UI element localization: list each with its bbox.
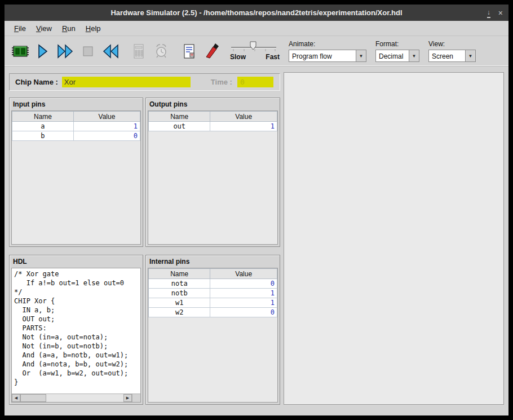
internal-pins-table-area: Name Value nota 0 notb 1 (148, 268, 278, 403)
speed-slider-track[interactable] (230, 41, 278, 52)
scroll-right-button[interactable]: ▶ (123, 394, 132, 402)
titlebar: Hardware Simulator (2.5) - /home/thomas/… (5, 5, 508, 21)
chevron-down-icon[interactable]: ▼ (465, 50, 475, 61)
header-row: Name Value (12, 112, 140, 122)
pin-value-cell: 0 (210, 279, 277, 289)
run-icon (56, 42, 75, 61)
pin-name-cell: out (149, 122, 210, 131)
window-inner: Hardware Simulator (2.5) - /home/thomas/… (5, 5, 508, 415)
single-step-icon (33, 42, 52, 61)
hdl-view: /* Xor gate If a!=b out=1 else out=0 */ … (11, 268, 141, 403)
format-group: Format: Decimal ▼ (375, 40, 419, 62)
reset-button[interactable] (99, 38, 122, 64)
value-column-header: Value (210, 269, 277, 279)
pin-name-cell: nota (149, 279, 210, 289)
pin-name-cell: w2 (149, 308, 210, 317)
stop-button (77, 38, 99, 64)
name-column-header: Name (149, 269, 210, 279)
animate-group: Animate: Program flow ▼ (289, 40, 366, 62)
screen-view-panel (284, 72, 504, 405)
pin-value-cell: 1 (210, 298, 277, 308)
value-column-header: Value (73, 112, 140, 122)
pin-value-cell[interactable]: 0 (73, 131, 140, 141)
hdl-panel: HDL /* Xor gate If a!=b out=1 else out=0… (9, 255, 143, 405)
calculator-icon (129, 42, 148, 61)
chevron-down-icon[interactable]: ▼ (409, 50, 419, 61)
pin-row: b 0 (12, 131, 140, 141)
minimize-button[interactable]: ↓ (487, 8, 490, 18)
load-script-button[interactable] (178, 38, 201, 64)
run-button[interactable] (54, 38, 77, 64)
pin-row: w2 0 (149, 308, 277, 317)
animate-select[interactable]: Program flow ▼ (289, 50, 366, 62)
internal-pins-title: Internal pins (146, 255, 280, 267)
pin-row: nota 0 (149, 279, 277, 289)
pin-row: a 1 (12, 122, 140, 131)
hardware-simulator-window: Hardware Simulator (2.5) - /home/thomas/… (0, 0, 513, 420)
name-column-header: Name (12, 112, 74, 122)
window-title: Hardware Simulator (2.5) - /home/thomas/… (110, 8, 402, 17)
clear-button[interactable] (201, 38, 223, 64)
output-pins-panel: Output pins Name Value out (145, 98, 280, 247)
clock-icon (152, 42, 171, 61)
pin-value-cell[interactable]: 1 (73, 122, 140, 131)
speed-slider[interactable]: Slow Fast (230, 41, 280, 61)
pin-row: notb 1 (149, 289, 277, 298)
slider-labels: Slow Fast (230, 53, 280, 61)
animate-selected-value: Program flow (289, 50, 356, 61)
clock-button (150, 38, 173, 64)
menu-run[interactable]: Run (57, 22, 81, 35)
scroll-left-button[interactable]: ◀ (12, 394, 20, 402)
chip-name-label: Chip Name : (15, 78, 58, 86)
close-button[interactable]: × (498, 9, 503, 17)
chip-name-field[interactable]: Xor (62, 77, 191, 87)
calculator-button (127, 38, 150, 64)
main-area: Chip Name : Xor Time : 0 Input pins Name… (5, 67, 508, 415)
header-row: Name Value (149, 269, 277, 279)
scrollbar-thumb[interactable] (20, 394, 46, 402)
format-selected-value: Decimal (376, 50, 409, 61)
value-column-header: Value (210, 112, 277, 122)
pin-name-cell: b (12, 131, 74, 141)
chip-icon (11, 42, 30, 61)
pin-row: w1 1 (149, 298, 277, 308)
menu-view[interactable]: View (31, 22, 57, 35)
scrollbar-track[interactable] (20, 394, 123, 402)
internal-pins-table: Name Value nota 0 notb 1 (148, 268, 277, 317)
menu-file[interactable]: File (9, 22, 31, 35)
input-pins-table: Name Value a 1 b 0 (12, 111, 140, 141)
menu-help[interactable]: Help (81, 22, 106, 35)
load-chip-button[interactable] (9, 38, 32, 64)
pin-row: out 1 (149, 122, 277, 131)
rewind-icon (101, 42, 120, 61)
chip-name-bar: Chip Name : Xor Time : 0 (9, 73, 280, 91)
pin-value-cell: 0 (210, 308, 277, 317)
chevron-down-icon[interactable]: ▼ (356, 50, 366, 61)
pin-name-cell: w1 (149, 298, 210, 308)
fast-label: Fast (266, 53, 280, 61)
script-icon (180, 42, 199, 61)
internal-pins-panel: Internal pins Name Value nota (145, 255, 280, 405)
input-pins-title: Input pins (10, 98, 143, 110)
output-pins-table-area: Name Value out 1 (148, 110, 278, 245)
time-field: 0 (237, 77, 273, 87)
view-select[interactable]: Screen ▼ (428, 50, 476, 62)
single-step-button[interactable] (32, 38, 54, 64)
view-group: View: Screen ▼ (428, 40, 476, 62)
view-selected-value: Screen (429, 50, 465, 61)
scrollbar-corner (132, 394, 140, 402)
pin-value-cell: 1 (210, 289, 277, 298)
pin-value-cell: 1 (210, 122, 277, 131)
format-select[interactable]: Decimal ▼ (375, 50, 419, 62)
output-pins-title: Output pins (146, 98, 280, 110)
hdl-horizontal-scrollbar[interactable]: ◀ ▶ (12, 394, 140, 402)
animate-label: Animate: (289, 40, 366, 48)
hdl-title: HDL (10, 255, 143, 267)
pin-name-cell: notb (149, 289, 210, 298)
scroll-left-icon: ◀ (15, 396, 17, 400)
stop-icon (78, 42, 98, 61)
download-arrow-icon: ↓ (487, 8, 490, 18)
scroll-right-icon: ▶ (126, 396, 129, 400)
view-label: View: (428, 40, 476, 48)
hdl-code: /* Xor gate If a!=b out=1 else out=0 */ … (12, 268, 140, 394)
